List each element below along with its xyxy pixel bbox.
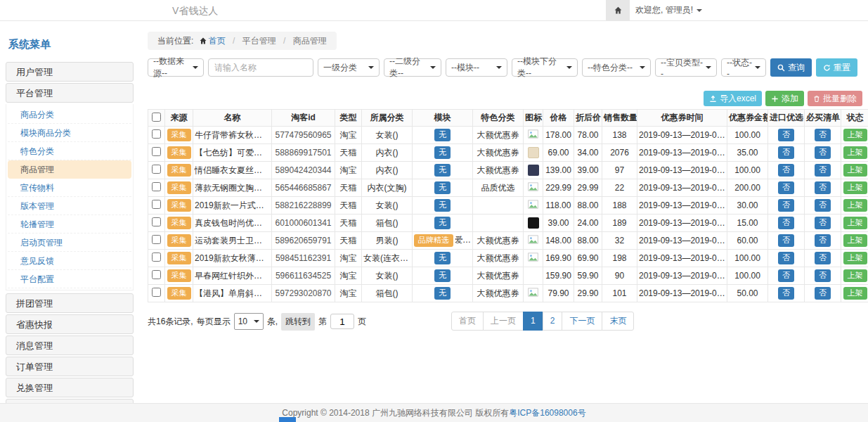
status-badge[interactable]: 上架 xyxy=(843,217,867,229)
must-buy-badge[interactable]: 否 xyxy=(815,199,831,212)
status-badge[interactable]: 上架 xyxy=(843,146,867,159)
row-checkbox[interactable] xyxy=(152,200,161,209)
must-buy-badge[interactable]: 否 xyxy=(815,269,831,282)
sidebar-item[interactable]: 启动页管理 xyxy=(8,234,131,252)
pager-button[interactable]: 下一页 xyxy=(562,312,602,331)
sidebar-section-header[interactable]: 平台管理 xyxy=(6,83,134,103)
must-buy-badge[interactable]: 否 xyxy=(815,217,831,229)
jump-button[interactable]: 跳转到 xyxy=(281,313,315,331)
row-checkbox[interactable] xyxy=(152,288,161,297)
module-badge: 无 xyxy=(434,129,451,141)
pager-button[interactable]: 1 xyxy=(523,312,543,331)
sidebar-item[interactable]: 特色分类 xyxy=(8,142,131,160)
must-buy-badge[interactable]: 否 xyxy=(815,164,831,177)
must-buy-badge[interactable]: 否 xyxy=(815,252,831,264)
type-cell: 淘宝 xyxy=(335,127,362,144)
status-badge[interactable]: 上架 xyxy=(843,164,867,177)
import-select-badge[interactable]: 否 xyxy=(778,234,794,247)
filter-select[interactable]: --模块下分类-- xyxy=(512,58,578,77)
add-button[interactable]: 添加 xyxy=(765,91,804,106)
import-select-badge[interactable]: 否 xyxy=(778,252,794,264)
sidebar-section-header[interactable]: 兑换管理 xyxy=(6,378,134,397)
must-buy-badge[interactable]: 否 xyxy=(815,234,831,247)
sidebar-item[interactable]: 宣传物料 xyxy=(8,179,131,197)
must-buy-badge[interactable]: 否 xyxy=(815,146,831,159)
row-checkbox[interactable] xyxy=(152,147,161,156)
sidebar-item[interactable]: 模块商品分类 xyxy=(8,124,131,142)
sidebar-section-header[interactable]: 用户管理 xyxy=(6,62,134,82)
row-checkbox[interactable] xyxy=(152,165,161,174)
row-checkbox[interactable] xyxy=(152,182,161,191)
pager-button[interactable]: 末页 xyxy=(602,312,634,331)
sidebar-item[interactable]: 商品分类 xyxy=(8,106,131,124)
plus-icon xyxy=(771,95,779,103)
source-cell: 采集 xyxy=(165,144,193,162)
filter-select[interactable]: --数据来源-- xyxy=(148,58,204,77)
sidebar-section-header[interactable]: 消息管理 xyxy=(6,335,134,355)
import-select-badge[interactable]: 否 xyxy=(778,269,794,282)
filter-select[interactable]: --状态-- xyxy=(721,58,766,77)
sidebar-section-header[interactable]: 订单管理 xyxy=(6,357,134,376)
must-buy-badge[interactable]: 否 xyxy=(815,287,831,300)
import-select-badge[interactable]: 否 xyxy=(778,129,794,141)
module-cell: 无 xyxy=(413,179,473,197)
select-all-checkbox[interactable] xyxy=(152,113,161,122)
filter-select[interactable]: --特色分类-- xyxy=(582,58,651,77)
status-badge[interactable]: 上架 xyxy=(843,181,867,194)
status-badge[interactable]: 上架 xyxy=(843,199,867,212)
filter-select[interactable]: --模块-- xyxy=(446,58,507,77)
must-buy-badge[interactable]: 否 xyxy=(815,181,831,194)
type-cell: 淘宝 xyxy=(335,267,362,285)
breadcrumb-home-link[interactable]: 首页 xyxy=(199,36,226,46)
batch-delete-button[interactable]: 批量删除 xyxy=(808,91,862,106)
type-cell: 天猫 xyxy=(335,232,362,250)
search-button[interactable]: 查询 xyxy=(770,58,812,77)
row-checkbox[interactable] xyxy=(152,129,161,139)
pager-button[interactable]: 首页 xyxy=(451,312,484,331)
import-select-badge[interactable]: 否 xyxy=(778,199,794,212)
coupon-time-cell: 2019-09-13—2019-09-19 xyxy=(637,197,727,215)
filter-select[interactable]: 一级分类 xyxy=(318,58,380,77)
pager-button[interactable]: 上一页 xyxy=(483,312,524,331)
filter-select[interactable]: --宝贝类型-- xyxy=(655,58,717,77)
sidebar-item[interactable]: 版本管理 xyxy=(8,197,131,215)
source-cell: 采集 xyxy=(165,127,193,144)
must-buy-badge[interactable]: 否 xyxy=(815,129,831,141)
per-page-select[interactable]: 10 xyxy=(234,313,264,330)
user-menu[interactable]: 欢迎您, 管理员! xyxy=(635,0,702,20)
filter-select[interactable]: --二级分类-- xyxy=(384,58,441,77)
sidebar-item-active[interactable]: 商品管理 xyxy=(8,160,131,179)
status-badge[interactable]: 上架 xyxy=(843,287,867,300)
import-select-badge[interactable]: 否 xyxy=(778,181,794,194)
sidebar-section-header[interactable]: 拼团管理 xyxy=(6,293,134,313)
name-search-input[interactable] xyxy=(208,58,313,77)
icp-link[interactable]: 粤ICP备16098006号 xyxy=(509,408,585,418)
status-badge[interactable]: 上架 xyxy=(843,129,867,141)
column-header: 模块 xyxy=(413,110,473,127)
coupon-amount-cell: 35.00 xyxy=(727,144,768,162)
row-checkbox[interactable] xyxy=(152,252,161,262)
row-checkbox[interactable] xyxy=(152,217,161,226)
import-select-badge[interactable]: 否 xyxy=(778,287,794,300)
sidebar-item[interactable]: 平台配置 xyxy=(8,270,131,288)
import-select-badge[interactable]: 否 xyxy=(778,217,794,229)
reset-button[interactable]: 重置 xyxy=(816,58,857,77)
status-badge[interactable]: 上架 xyxy=(843,252,867,264)
sidebar-section-header[interactable]: 省惠快报 xyxy=(6,314,134,334)
pager-button[interactable]: 2 xyxy=(543,312,563,331)
sidebar-item[interactable]: 轮播管理 xyxy=(8,215,131,234)
total-records-text: 共16条记录, xyxy=(148,316,193,328)
module-cell: 无 xyxy=(413,285,473,302)
row-checkbox[interactable] xyxy=(152,270,161,279)
status-badge[interactable]: 上架 xyxy=(843,234,867,247)
sidebar-item[interactable]: 意见反馈 xyxy=(8,252,131,270)
navbar-home-button[interactable] xyxy=(606,0,630,20)
status-badge[interactable]: 上架 xyxy=(843,269,867,282)
import-excel-button[interactable]: 导入excel xyxy=(704,91,762,106)
page-number-input[interactable] xyxy=(330,314,354,329)
import-select-badge[interactable]: 否 xyxy=(778,164,794,177)
source-cell: 采集 xyxy=(165,162,193,179)
row-checkbox[interactable] xyxy=(152,235,161,244)
source-badge: 采集 xyxy=(167,217,191,229)
import-select-badge[interactable]: 否 xyxy=(778,146,794,159)
